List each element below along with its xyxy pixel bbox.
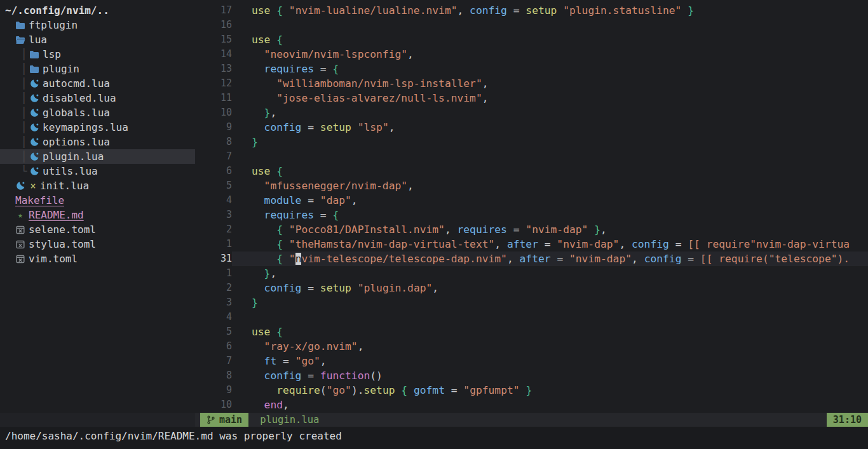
tree-item-plugin[interactable]: │plugin	[0, 62, 195, 76]
code-line[interactable]: 4	[195, 310, 868, 325]
tree-item-label: disabled.lua	[43, 92, 116, 104]
tree-item-label: plugin	[43, 63, 79, 75]
code-editor[interactable]: 17use { "nvim-lualine/lualine.nvim", con…	[195, 0, 868, 413]
nvim-window: ~/.config/nvim/.. ftpluginlua│lsp│plugin…	[0, 0, 868, 449]
line-text: use {	[232, 32, 868, 47]
lua-icon	[29, 79, 39, 89]
code-line-current[interactable]: 31 { "nvim-telescope/telescope-dap.nvim"…	[195, 251, 868, 266]
line-number: 4	[195, 310, 232, 325]
tree-item-label: vim.toml	[29, 253, 78, 265]
line-text	[232, 18, 868, 32]
line-number: 6	[195, 339, 232, 354]
file-tree: ftpluginlua│lsp│plugin│autocmd.lua│disab…	[0, 18, 195, 266]
lua-icon	[15, 181, 25, 191]
code-line[interactable]: 7 ft = "go",	[195, 354, 868, 368]
tree-item-makefile[interactable]: Makefile	[0, 193, 195, 208]
code-line[interactable]: 6 "ray-x/go.nvim",	[195, 339, 868, 354]
tree-item-label: Makefile	[15, 194, 64, 206]
lua-icon	[29, 93, 39, 104]
code-line[interactable]: 17use { "nvim-lualine/lualine.nvim", con…	[195, 3, 868, 18]
code-line[interactable]: 11 "jose-elias-alvarez/null-ls.nvim",	[195, 91, 868, 105]
indent-guide: │	[21, 107, 27, 119]
tree-item-utils-lua[interactable]: └utils.lua	[0, 164, 195, 178]
line-number: 11	[195, 91, 232, 105]
tree-item-options-lua[interactable]: │options.lua	[0, 135, 195, 149]
lua-icon	[29, 123, 39, 133]
line-number: 13	[195, 62, 232, 76]
tree-item-label: keymapings.lua	[43, 121, 128, 133]
code-line[interactable]: 5use {	[195, 325, 868, 339]
code-line[interactable]: 13 requires = {	[195, 62, 868, 76]
tree-item-lsp[interactable]: │lsp	[0, 47, 195, 62]
line-number: 7	[195, 149, 232, 164]
tree-item-ftplugin[interactable]: ftplugin	[0, 18, 195, 32]
line-text: { "theHamsta/nvim-dap-virtual-text", aft…	[232, 237, 868, 251]
line-text: require("go").setup { gofmt = "gpfumpt" …	[232, 383, 868, 398]
line-text: }	[232, 135, 868, 149]
code-line[interactable]: 14 "neovim/nvim-lspconfig",	[195, 47, 868, 62]
indent-guide: │	[21, 136, 27, 148]
line-number: 3	[195, 295, 232, 310]
line-number: 17	[195, 3, 232, 18]
tree-item-keymapings-lua[interactable]: │keymapings.lua	[0, 120, 195, 135]
code-line[interactable]: 9 require("go").setup { gofmt = "gpfumpt…	[195, 383, 868, 398]
indent-guide: │	[21, 151, 27, 163]
tree-item-init-lua[interactable]: ×init.lua	[0, 178, 195, 193]
code-line[interactable]: 4 module = "dap",	[195, 193, 868, 208]
code-line[interactable]: 5 "mfussenegger/nvim-dap",	[195, 178, 868, 193]
tree-item-readme-md[interactable]: ★README.md	[0, 208, 195, 222]
tree-item-globals-lua[interactable]: │globals.lua	[0, 105, 195, 120]
code-line[interactable]: 10 },	[195, 105, 868, 120]
line-text: "ray-x/go.nvim",	[232, 339, 868, 354]
tree-item-disabled-lua[interactable]: │disabled.lua	[0, 91, 195, 105]
code-line[interactable]: 15use {	[195, 32, 868, 47]
line-number: 8	[195, 135, 232, 149]
tree-item-selene-toml[interactable]: selene.toml	[0, 222, 195, 237]
line-text: use {	[232, 164, 868, 178]
code-line[interactable]: 12 "williamboman/nvim-lsp-installer",	[195, 76, 868, 91]
tree-item-vim-toml[interactable]: vim.toml	[0, 251, 195, 266]
line-number: 7	[195, 354, 232, 368]
star-icon: ★	[15, 210, 25, 220]
file-explorer-sidebar: ~/.config/nvim/.. ftpluginlua│lsp│plugin…	[0, 0, 195, 413]
code-line[interactable]: 1 { "theHamsta/nvim-dap-virtual-text", a…	[195, 237, 868, 251]
code-line[interactable]: 3}	[195, 295, 868, 310]
line-text: end,	[232, 398, 868, 412]
code-line[interactable]: 2 { "Pocco81/DAPInstall.nvim", requires …	[195, 222, 868, 237]
line-text: config = function()	[232, 368, 868, 383]
code-line[interactable]: 7	[195, 149, 868, 164]
line-number: 31	[195, 251, 232, 266]
tree-item-label: selene.toml	[29, 224, 96, 236]
tree-item-autocmd-lua[interactable]: │autocmd.lua	[0, 76, 195, 91]
line-number: 5	[195, 178, 232, 193]
tree-item-label: plugin.lua	[43, 151, 104, 163]
tree-item-stylua-toml[interactable]: stylua.toml	[0, 237, 195, 251]
code-line[interactable]: 6use {	[195, 164, 868, 178]
toml-icon	[15, 225, 25, 235]
line-number: 14	[195, 47, 232, 62]
lua-icon	[29, 137, 39, 147]
line-number: 2	[195, 222, 232, 237]
tree-item-label: ftplugin	[29, 19, 78, 31]
line-number: 6	[195, 164, 232, 178]
code-line[interactable]: 16	[195, 18, 868, 32]
code-line[interactable]: 2 config = setup "plugin.dap",	[195, 281, 868, 295]
tree-item-lua[interactable]: lua	[0, 32, 195, 47]
code-line[interactable]: 8}	[195, 135, 868, 149]
code-line[interactable]: 10 end,	[195, 398, 868, 412]
indent-guide: │	[21, 77, 27, 90]
tree-item-plugin-lua[interactable]: │plugin.lua	[0, 149, 195, 164]
code-line[interactable]: 9 config = setup "lsp",	[195, 120, 868, 135]
code-line[interactable]: 8 config = function()	[195, 368, 868, 383]
code-line[interactable]: 1 },	[195, 266, 868, 281]
code-line[interactable]: 3 requires = {	[195, 208, 868, 222]
git-branch-name: main	[219, 414, 242, 426]
line-number: 9	[195, 120, 232, 135]
line-text: module = "dap",	[232, 193, 868, 208]
line-number: 8	[195, 368, 232, 383]
line-number: 10	[195, 398, 232, 412]
lua-icon	[29, 152, 39, 162]
code-buffer: 17use { "nvim-lualine/lualine.nvim", con…	[195, 3, 868, 412]
line-text: "neovim/nvim-lspconfig",	[232, 47, 868, 62]
indent-guide: │	[21, 92, 27, 104]
